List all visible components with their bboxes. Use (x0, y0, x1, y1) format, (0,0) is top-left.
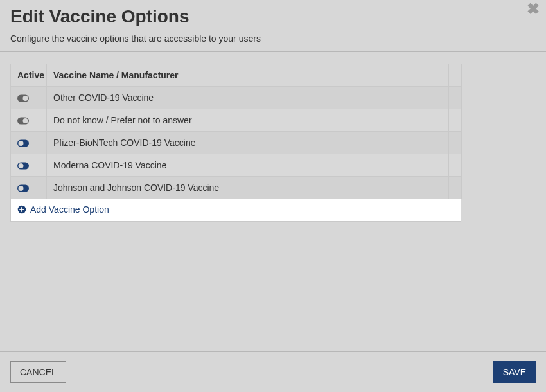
edit-vaccine-modal: ✖ Edit Vaccine Options Configure the vac… (0, 0, 546, 392)
active-cell (11, 154, 47, 177)
col-header-active: Active (11, 64, 47, 87)
svg-point-1 (23, 96, 28, 101)
vaccine-options-table: Active Vaccine Name / Manufacturer Other… (10, 64, 462, 199)
svg-point-3 (23, 118, 28, 123)
vaccine-name-cell: Do not know / Prefer not to answer (47, 109, 449, 132)
col-header-blank (449, 64, 462, 87)
active-cell (11, 177, 47, 199)
vaccine-name-cell: Other COVID-19 Vaccine (47, 87, 449, 109)
add-vaccine-link[interactable]: Add Vaccine Option (17, 204, 109, 215)
modal-body: Active Vaccine Name / Manufacturer Other… (0, 52, 546, 222)
table-row: Other COVID-19 Vaccine (11, 87, 462, 109)
blank-cell (449, 109, 462, 132)
svg-point-7 (19, 163, 24, 168)
toggle-icon[interactable] (17, 139, 29, 147)
vaccine-name-cell: Moderna COVID-19 Vaccine (47, 154, 449, 177)
table-row: Moderna COVID-19 Vaccine (11, 154, 462, 177)
vaccine-name-cell: Johnson and Johnson COVID-19 Vaccine (47, 177, 449, 199)
svg-point-9 (19, 186, 24, 191)
table-row: Do not know / Prefer not to answer (11, 109, 462, 132)
modal-header: Edit Vaccine Options Configure the vacci… (0, 0, 546, 51)
col-header-name: Vaccine Name / Manufacturer (47, 64, 449, 87)
modal-subtitle: Configure the vaccine options that are a… (10, 33, 536, 44)
blank-cell (449, 132, 462, 154)
svg-rect-12 (19, 209, 24, 210)
table-header-row: Active Vaccine Name / Manufacturer (11, 64, 462, 87)
cancel-button[interactable]: CANCEL (10, 361, 66, 383)
vaccine-name-cell: Pfizer-BioNTech COVID-19 Vaccine (47, 132, 449, 154)
table-row: Pfizer-BioNTech COVID-19 Vaccine (11, 132, 462, 154)
plus-circle-icon (17, 205, 26, 214)
save-button[interactable]: SAVE (493, 361, 536, 383)
close-icon[interactable]: ✖ (527, 1, 540, 17)
toggle-icon[interactable] (17, 184, 29, 192)
active-cell (11, 132, 47, 154)
toggle-icon[interactable] (17, 117, 29, 125)
blank-cell (449, 87, 462, 109)
toggle-icon[interactable] (17, 162, 29, 170)
add-vaccine-label: Add Vaccine Option (30, 204, 109, 215)
toggle-icon[interactable] (17, 94, 29, 102)
table-row: Johnson and Johnson COVID-19 Vaccine (11, 177, 462, 199)
add-vaccine-row: Add Vaccine Option (10, 199, 461, 222)
blank-cell (449, 154, 462, 177)
svg-point-5 (19, 141, 24, 146)
modal-footer: CANCEL SAVE (0, 351, 546, 392)
active-cell (11, 109, 47, 132)
blank-cell (449, 177, 462, 199)
modal-title: Edit Vaccine Options (10, 6, 536, 27)
active-cell (11, 87, 47, 109)
